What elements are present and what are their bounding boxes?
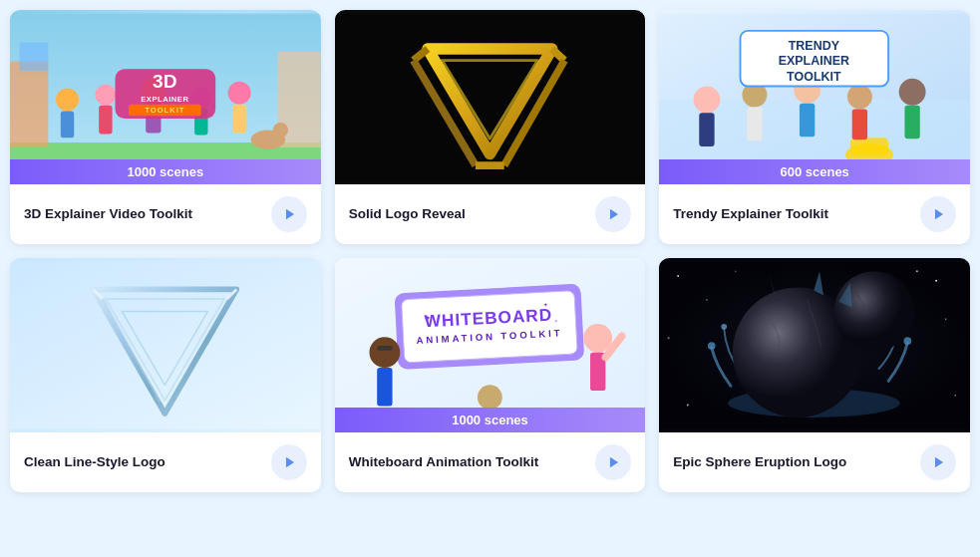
card-title-6: Epic Sphere Eruption Logo	[673, 453, 910, 471]
svg-point-42	[847, 85, 872, 110]
svg-point-81	[668, 337, 670, 339]
scenes-badge-1: 1000 scenes	[10, 159, 321, 184]
thumbnail-epic-sphere	[659, 258, 970, 432]
play-button-3[interactable]	[920, 196, 956, 232]
card-title-1: 3D Explainer Video Toolkit	[24, 205, 261, 223]
card-footer-2: Solid Logo Reveal	[335, 184, 646, 244]
card-grid: 3D EXPLAINER TOOLKIT 1000 scenes 3D Expl…	[10, 10, 970, 492]
svg-point-82	[955, 395, 957, 397]
svg-text:TOOLKIT: TOOLKIT	[145, 106, 184, 115]
svg-point-79	[935, 280, 937, 282]
svg-marker-75	[610, 457, 618, 468]
card-epic-sphere: Epic Sphere Eruption Logo	[659, 258, 970, 492]
svg-point-89	[904, 337, 912, 345]
svg-rect-2	[10, 62, 48, 147]
svg-text:✦: ✦	[553, 319, 557, 324]
card-trendy-explainer: TRENDY EXPLAINER TOOLKIT 600 scenes Tren…	[659, 10, 970, 244]
card-title-5: Whiteboard Animation Toolkit	[349, 453, 586, 471]
svg-rect-35	[850, 138, 888, 154]
svg-point-73	[478, 385, 502, 410]
svg-marker-31	[610, 209, 618, 220]
play-button-5[interactable]	[595, 444, 631, 480]
svg-point-92	[834, 271, 915, 352]
thumb-svg-solid	[335, 10, 646, 184]
svg-point-16	[273, 123, 288, 138]
card-title-3: Trendy Explainer Toolkit	[673, 205, 910, 223]
svg-rect-37	[700, 113, 715, 146]
scenes-badge-5: 1000 scenes	[335, 408, 646, 432]
card-footer-1: 3D Explainer Video Toolkit	[10, 184, 321, 244]
svg-point-7	[95, 85, 116, 106]
thumb-svg-trendy: TRENDY EXPLAINER TOOLKIT	[659, 10, 970, 184]
card-whiteboard: ✦ ✦ ✦ WHITEBOARD ANIMATION TOOLKIT	[335, 258, 646, 492]
svg-text:EXPLAINER: EXPLAINER	[141, 95, 188, 104]
play-button-2[interactable]	[595, 196, 631, 232]
svg-rect-45	[905, 106, 920, 139]
svg-point-77	[678, 275, 680, 277]
svg-rect-6	[61, 111, 74, 138]
svg-point-83	[687, 404, 689, 406]
card-footer-5: Whiteboard Animation Toolkit	[335, 432, 646, 492]
svg-point-84	[916, 270, 918, 272]
svg-rect-39	[748, 108, 763, 141]
card-footer-6: Epic Sphere Eruption Logo	[659, 432, 970, 492]
svg-text:EXPLAINER: EXPLAINER	[779, 54, 849, 68]
card-3d-explainer: 3D EXPLAINER TOOLKIT 1000 scenes 3D Expl…	[10, 10, 321, 244]
svg-point-87	[708, 342, 716, 350]
thumb-svg-epic	[659, 258, 970, 432]
svg-rect-8	[99, 106, 112, 135]
svg-text:TRENDY: TRENDY	[789, 39, 840, 53]
svg-text:TOOLKIT: TOOLKIT	[787, 70, 841, 84]
svg-marker-58	[286, 457, 294, 468]
play-button-4[interactable]	[271, 444, 307, 480]
svg-marker-22	[286, 209, 294, 220]
svg-point-88	[722, 324, 728, 330]
play-button-6[interactable]	[920, 444, 956, 480]
svg-rect-14	[232, 105, 245, 134]
svg-marker-50	[935, 209, 943, 220]
card-footer-3: Trendy Explainer Toolkit	[659, 184, 970, 244]
thumbnail-3d-explainer: 3D EXPLAINER TOOLKIT 1000 scenes	[10, 10, 321, 184]
thumb-svg-whiteboard: ✦ ✦ ✦ WHITEBOARD ANIMATION TOOLKIT	[335, 258, 646, 432]
thumbnail-clean-line	[10, 258, 321, 432]
thumbnail-trendy-explainer: TRENDY EXPLAINER TOOLKIT 600 scenes	[659, 10, 970, 184]
svg-point-5	[56, 88, 79, 111]
card-title-4: Clean Line-Style Logo	[24, 453, 261, 471]
svg-point-67	[369, 337, 400, 368]
svg-rect-68	[377, 368, 392, 406]
svg-point-85	[735, 271, 736, 272]
svg-rect-4	[20, 42, 49, 71]
svg-rect-41	[800, 104, 815, 138]
card-footer-4: Clean Line-Style Logo	[10, 432, 321, 492]
svg-text:3D: 3D	[153, 71, 177, 92]
scenes-badge-3: 600 scenes	[659, 159, 970, 184]
play-button-1[interactable]	[271, 196, 307, 232]
card-solid-logo: Solid Logo Reveal	[335, 10, 646, 244]
svg-point-44	[899, 79, 926, 106]
svg-rect-43	[852, 109, 867, 139]
card-title-2: Solid Logo Reveal	[349, 205, 586, 223]
thumb-svg-clean	[10, 258, 321, 432]
thumb-svg-3d: 3D EXPLAINER TOOLKIT	[10, 10, 321, 184]
svg-marker-93	[935, 457, 943, 468]
card-clean-line: Clean Line-Style Logo	[10, 258, 321, 492]
svg-point-36	[694, 86, 721, 113]
svg-point-80	[945, 318, 946, 319]
thumbnail-whiteboard: ✦ ✦ ✦ WHITEBOARD ANIMATION TOOLKIT	[335, 258, 646, 432]
thumbnail-solid-logo	[335, 10, 646, 184]
svg-point-78	[707, 299, 709, 301]
svg-rect-69	[377, 346, 392, 351]
svg-point-13	[228, 82, 251, 105]
